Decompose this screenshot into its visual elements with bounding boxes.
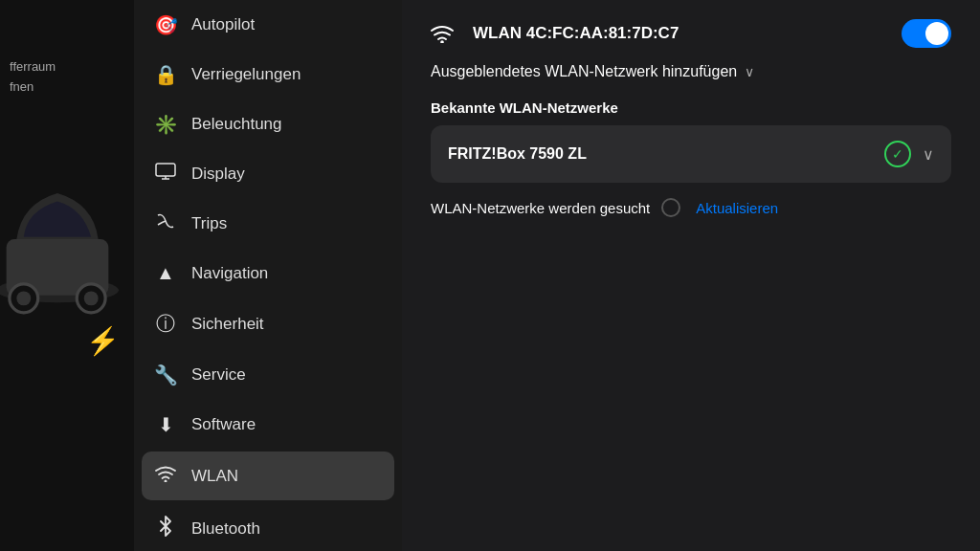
network-name: FRITZ!Box 7590 ZL [448,145,587,163]
wlan-toggle[interactable] [902,19,951,48]
sidebar-item-bluetooth[interactable]: Bluetooth [134,502,402,551]
network-actions: ✓ ∨ [884,141,934,167]
connected-check-icon: ✓ [884,141,911,167]
sidebar-item-autopilot[interactable]: 🎯 Autopilot [134,0,402,50]
sidebar-label-display: Display [191,165,245,184]
sidebar-item-beleuchtung[interactable]: ✳️ Beleuchtung [134,99,402,149]
wlan-header: WLAN 4C:FC:AA:81:7D:C7 [431,19,951,48]
sidebar-item-verriegelungen[interactable]: 🔒 Verriegelungen [134,50,402,99]
sidebar-label-software: Software [191,415,256,434]
searching-text: WLAN-Netzwerke werden gesucht [431,200,650,216]
svg-point-3 [16,291,31,305]
searching-row: WLAN-Netzwerke werden gesucht Aktualisie… [431,198,951,217]
known-networks-label: Bekannte WLAN-Netzwerke [431,99,951,116]
car-panel-text: fferraum fnen [10,57,56,98]
sidebar: 🎯 Autopilot 🔒 Verriegelungen ✳️ Beleucht… [134,0,402,551]
sidebar-item-service[interactable]: 🔧 Service [134,350,402,400]
expand-chevron-icon[interactable]: ∨ [923,145,934,164]
network-item-fritzbox[interactable]: FRITZ!Box 7590 ZL ✓ ∨ [431,125,951,183]
lock-icon: 🔒 [153,63,178,86]
svg-rect-6 [156,164,175,176]
svg-point-9 [165,480,167,483]
sidebar-item-wlan[interactable]: WLAN [142,452,394,500]
charging-icon: ⚡ [86,325,120,357]
sidebar-label-beleuchtung: Beleuchtung [191,115,282,134]
sidebar-label-sicherheit: Sicherheit [191,315,264,334]
main-content: WLAN 4C:FC:AA:81:7D:C7 Ausgeblendetes WL… [402,0,980,551]
navigation-icon: ▲ [153,262,178,284]
sun-icon: ✳️ [153,113,178,136]
steering-icon: 🎯 [153,13,178,36]
trips-icon [153,211,178,235]
sidebar-item-trips[interactable]: Trips [134,198,402,249]
sidebar-item-sicherheit[interactable]: ⓘ Sicherheit [134,298,402,350]
svg-point-10 [440,40,444,43]
sidebar-label-autopilot: Autopilot [191,15,255,34]
car-panel: fferraum fnen ⚡ [0,0,134,551]
wifi-header-icon [431,24,454,43]
wlan-mac-address: WLAN 4C:FC:AA:81:7D:C7 [465,24,902,43]
sidebar-label-bluetooth: Bluetooth [191,519,260,539]
download-icon: ⬇ [153,413,178,436]
sidebar-label-trips: Trips [191,214,227,233]
car-image: ⚡ [0,115,134,364]
sidebar-item-display[interactable]: Display [134,149,402,198]
sidebar-label-service: Service [191,365,246,385]
wrench-icon: 🔧 [153,364,178,386]
sidebar-item-navigation[interactable]: ▲ Navigation [134,249,402,298]
refresh-button[interactable]: Aktualisieren [696,200,778,216]
add-hidden-network[interactable]: Ausgeblendetes WLAN-Netzwerk hinzufügen … [431,63,951,80]
add-hidden-label: Ausgeblendetes WLAN-Netzwerk hinzufügen [431,63,737,80]
sidebar-item-software[interactable]: ⬇ Software [134,400,402,450]
chevron-down-icon: ∨ [745,64,754,79]
info-circle-icon: ⓘ [153,311,178,337]
display-icon [153,163,178,185]
wifi-icon [153,465,178,487]
svg-point-5 [84,291,99,305]
sidebar-label-verriegelungen: Verriegelungen [191,65,301,84]
sidebar-label-wlan: WLAN [191,467,238,486]
sidebar-label-navigation: Navigation [191,264,268,283]
bluetooth-icon [153,516,178,541]
spinner-icon [661,198,680,217]
